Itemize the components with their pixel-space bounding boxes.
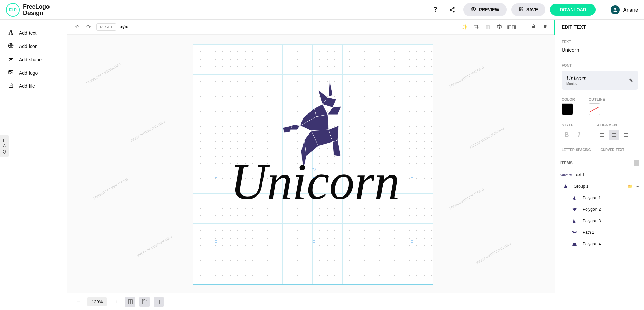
item-label: Polygon 1 (583, 195, 601, 200)
item-thumb (561, 183, 570, 189)
faq-tab[interactable]: FAQ (0, 135, 9, 157)
canvas-viewport[interactable]: FREELOGODESIGN.ORG FREELOGODESIGN.ORG FR… (67, 35, 555, 293)
font-section-label: FONT (562, 63, 638, 67)
collapse-icon[interactable]: − (634, 160, 639, 166)
tool-label: Add icon (19, 44, 37, 49)
grid-toggle-icon[interactable] (125, 297, 135, 307)
zoom-level[interactable]: 139% (87, 297, 107, 306)
duplicate-icon[interactable]: ⿻ (519, 24, 526, 30)
guides-toggle-icon[interactable] (154, 297, 164, 307)
items-header[interactable]: ITEMS − (555, 157, 644, 169)
outline-swatch[interactable] (589, 103, 600, 115)
panel-title: EDIT TEXT (555, 20, 644, 35)
font-preview: Unicorn (566, 75, 587, 82)
items-list: Unicorn Text 1 Group 1 📁 − Polygon 1 Pol… (555, 169, 644, 310)
svg-marker-27 (573, 219, 576, 223)
download-button[interactable]: DOWNLOAD (550, 4, 596, 16)
font-picker[interactable]: Unicorn Montez ✎ (562, 71, 638, 90)
watermark: FREELOGODESIGN.ORG (449, 188, 485, 210)
rotate-handle-icon[interactable]: ⟲ (312, 167, 316, 172)
resize-handle[interactable] (411, 175, 413, 178)
align-right-button[interactable] (621, 130, 631, 140)
tool-add-shape[interactable]: Add shape (0, 53, 67, 66)
lock-icon[interactable] (530, 24, 538, 30)
item-thumb (570, 241, 579, 247)
svg-point-1 (450, 9, 452, 11)
globe-icon (7, 43, 14, 49)
undo-icon[interactable]: ↶ (73, 24, 81, 30)
align-icon[interactable]: ▥ (484, 24, 491, 30)
resize-handle[interactable] (313, 175, 315, 178)
svg-point-7 (9, 71, 10, 72)
preview-button[interactable]: PREVIEW (463, 3, 507, 16)
item-text-1[interactable]: Unicorn Text 1 (555, 169, 644, 181)
align-center-button[interactable] (609, 130, 619, 140)
flip-icon[interactable]: ◧◨ (507, 24, 514, 30)
color-swatch[interactable] (562, 103, 573, 115)
item-polygon-3[interactable]: Polygon 3 (555, 215, 644, 227)
italic-button[interactable]: I (574, 130, 584, 140)
watermark: FREELOGODESIGN.ORG (86, 62, 122, 85)
item-polygon-2[interactable]: Polygon 2 (555, 204, 644, 215)
resize-handle[interactable] (215, 175, 217, 178)
item-group-1[interactable]: Group 1 📁 − (555, 181, 644, 192)
layers-icon[interactable] (495, 24, 503, 30)
bold-button[interactable]: B (562, 130, 572, 140)
tool-add-file[interactable]: Add file (0, 79, 67, 92)
reset-button[interactable]: RESET (96, 23, 116, 31)
right-panel: EDIT TEXT TEXT FONT Unicorn Montez ✎ COL… (555, 20, 644, 310)
text-icon: A (7, 29, 14, 36)
watermark: FREELOGODESIGN.ORG (449, 66, 485, 88)
code-icon[interactable]: </> (120, 24, 128, 30)
image-icon (7, 69, 14, 76)
svg-marker-28 (572, 243, 577, 246)
tool-add-text[interactable]: AAdd text (0, 26, 67, 40)
tool-add-logo[interactable]: Add logo (0, 66, 67, 79)
star-icon (7, 56, 14, 63)
selection-box[interactable]: ⟲ (216, 176, 412, 242)
svg-marker-13 (314, 104, 328, 117)
item-thumb (570, 206, 579, 212)
zoom-out-button[interactable]: − (73, 297, 83, 307)
resize-handle[interactable] (313, 240, 315, 243)
watermark: FREELOGODESIGN.ORG (130, 120, 166, 143)
user-menu[interactable]: Ariane (611, 5, 638, 14)
folder-icon[interactable]: 📁 (628, 184, 633, 189)
redo-icon[interactable]: ↷ (85, 24, 92, 30)
svg-marker-26 (572, 208, 577, 211)
tool-add-icon[interactable]: Add icon (0, 40, 67, 53)
resize-handle[interactable] (215, 208, 217, 210)
share-icon[interactable] (446, 4, 458, 16)
brand-line1: FreeLogo (23, 4, 50, 10)
items-title: ITEMS (560, 161, 573, 165)
resize-handle[interactable] (215, 240, 217, 243)
canvas-area: ↶ ↷ RESET </> ✨ ▥ ◧◨ ⿻ FREELOGODESIGN.OR… (67, 20, 555, 310)
save-button[interactable]: SAVE (511, 3, 545, 16)
letter-spacing-label: LETTER SPACING (562, 148, 591, 152)
tool-label: Add file (19, 83, 35, 89)
item-label: Path 1 (583, 230, 594, 235)
help-icon[interactable]: ? (429, 4, 442, 16)
magic-icon[interactable]: ✨ (461, 24, 468, 30)
item-polygon-4[interactable]: Polygon 4 (555, 238, 644, 250)
zoom-in-button[interactable]: + (111, 297, 121, 307)
item-polygon-1[interactable]: Polygon 1 (555, 192, 644, 204)
bottom-bar: − 139% + (67, 293, 555, 310)
crop-icon[interactable] (472, 24, 480, 30)
watermark: FREELOGODESIGN.ORG (469, 127, 505, 149)
svg-point-2 (453, 11, 455, 13)
item-path-1[interactable]: Path 1 (555, 227, 644, 238)
text-input[interactable] (562, 46, 638, 55)
ruler-toggle-icon[interactable] (139, 297, 150, 307)
alignment-label: ALIGNMENT (597, 123, 631, 127)
brand[interactable]: FLD FreeLogo Design (6, 3, 50, 17)
delete-icon[interactable] (542, 24, 549, 30)
save-label: SAVE (526, 7, 538, 12)
svg-point-4 (614, 8, 616, 10)
remove-icon[interactable]: − (636, 184, 639, 189)
align-left-button[interactable] (597, 130, 607, 140)
artboard[interactable]: Unicorn ⟲ (193, 44, 433, 285)
resize-handle[interactable] (411, 240, 413, 243)
resize-handle[interactable] (411, 208, 413, 210)
watermark: FREELOGODESIGN.ORG (93, 178, 129, 200)
